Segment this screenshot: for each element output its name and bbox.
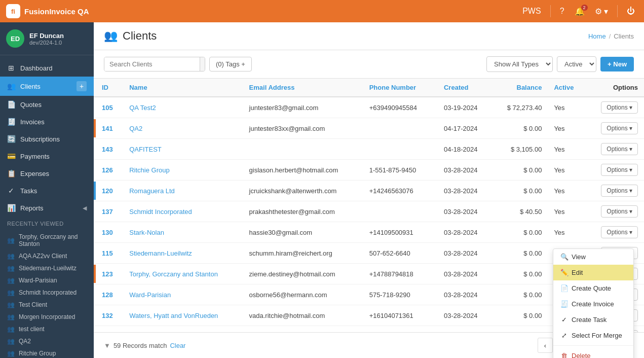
sidebar-nav: ⊞ Dashboard 👥 Clients + 📄 Quotes 🧾 Invoi… [0,55,94,358]
breadcrumb-separator: / [609,32,611,40]
options-button[interactable]: Options [601,185,638,197]
sidebar-label-payments: Payments [20,153,50,160]
cell-balance: $ 0.00 [492,305,548,326]
th-created[interactable]: Created [438,79,492,97]
sidebar-item-reports[interactable]: 📊 Reports ◀ [0,199,94,217]
cell-name[interactable]: QA Test2 [123,97,243,118]
options-button[interactable]: Options [601,164,638,176]
cell-id[interactable]: 137 [96,201,123,222]
show-all-types-select[interactable]: Show All Types [486,56,553,72]
app-logo[interactable]: fi FusionInvoice QA [6,4,89,18]
dropdown-view[interactable]: 🔍 View [553,249,633,265]
notifications-button[interactable]: 🔔2 [572,5,588,18]
th-active[interactable]: Active [548,79,586,97]
th-name[interactable]: Name [123,79,243,97]
sidebar-label-expenses: Expenses [20,170,49,177]
cell-id[interactable]: 135 [96,326,123,333]
rv-item-7[interactable]: 👥 Morgen Incorporated [0,311,94,323]
cell-id[interactable]: 126 [96,160,123,181]
clients-add-button[interactable]: + [77,81,87,91]
cell-name[interactable]: Ritchie Group [123,160,243,181]
edit-icon: ✏️ [560,269,567,276]
cell-name[interactable]: Stark-Nolan [123,222,243,243]
sidebar-item-tasks[interactable]: ✓ Tasks [0,182,94,199]
search-input[interactable] [104,57,200,71]
dropdown-create-quote[interactable]: 📄 Create Quote [553,280,633,296]
rv-item-8[interactable]: 👥 test client [0,323,94,335]
cell-name[interactable]: Torphy, Gorczany and Stanton [123,264,243,284]
search-button[interactable]: 🔍 [200,57,205,71]
dropdown-create-invoice[interactable]: 🧾 Create Invoice [553,296,633,312]
cell-name[interactable]: QAFITEST [123,139,243,160]
cell-name[interactable]: Waters, Hyatt and VonRueden [123,305,243,326]
active-filter-select[interactable]: Active [557,56,596,72]
reports-icon: 📊 [7,204,15,212]
rv-item-10[interactable]: 👥 Ritchie Group [0,347,94,358]
dropdown-edit[interactable]: ✏️ Edit [553,265,633,280]
cell-id[interactable]: 123 [96,264,123,284]
pagination-prev[interactable]: ‹ [538,338,553,353]
options-button[interactable]: Options [601,226,638,238]
dropdown-delete[interactable]: 🗑 Delete [553,348,633,358]
cell-name[interactable]: Stiedemann-Lueilwitz [123,243,243,264]
cell-name[interactable]: Ward-Parisian [123,284,243,305]
cell-email: zieme.destiney@hotmail.com [243,264,363,284]
options-button[interactable]: Options [601,143,638,155]
cell-phone: 575-718-9290 [363,284,438,305]
rv-item-6[interactable]: 👥 Test Client [0,299,94,311]
app-name: FusionInvoice QA [24,7,89,16]
cell-id[interactable]: 128 [96,284,123,305]
sidebar-item-clients[interactable]: 👥 Clients + [0,77,94,96]
sidebar-item-expenses[interactable]: 📋 Expenses [0,165,94,182]
clear-filter-link[interactable]: Clear [170,342,185,349]
options-button[interactable]: Options [601,205,638,218]
cell-created: 03-28-2024 [438,181,492,201]
search-box: 🔍 [104,57,205,71]
sidebar-item-dashboard[interactable]: ⊞ Dashboard [0,59,94,77]
options-button[interactable]: Options [601,101,638,114]
th-phone[interactable]: Phone Number [363,79,438,97]
rv-item-2[interactable]: 👥 AQA AZ2vv Client [0,250,94,262]
page-title: 👥 Clients [104,29,157,43]
cell-id[interactable]: 132 [96,305,123,326]
cell-name[interactable]: Schmidt Incorporated [123,201,243,222]
cell-email: presley67@gmail.com [243,326,363,333]
rv-item-9[interactable]: 👥 QA2 [0,335,94,347]
th-email[interactable]: Email Address [243,79,363,97]
sidebar-label-reports: Reports [20,204,44,212]
rv-item-3[interactable]: 👥 Stiedemann-Lueilwitz [0,262,94,274]
dropdown-create-task[interactable]: ✓ Create Task [553,312,633,328]
cell-id[interactable]: 141 [96,118,123,139]
toolbar: 🔍 (0) Tags + Show All Types Active + New [94,50,644,79]
breadcrumb-home[interactable]: Home [588,32,606,40]
rv-icon-8: 👥 [7,326,15,333]
dropdown-select-merge[interactable]: ⤢ Select For Merge [553,328,633,343]
th-balance[interactable]: Balance [492,79,548,97]
th-id[interactable]: ID [96,79,123,97]
options-button[interactable]: Options [601,122,638,134]
rv-item-1[interactable]: 👥 Torphy, Gorczany and Stanton [0,231,94,250]
sidebar-item-quotes[interactable]: 📄 Quotes [0,96,94,113]
cell-name[interactable]: Romaguera Ltd [123,181,243,201]
help-button[interactable]: ? [557,5,567,18]
cell-id[interactable]: 115 [96,243,123,264]
sidebar-item-invoices[interactable]: 🧾 Invoices [0,113,94,130]
cell-id[interactable]: 120 [96,181,123,201]
settings-button[interactable]: ⚙ ▾ [592,5,611,18]
tags-button[interactable]: (0) Tags + [209,57,252,71]
sidebar-item-subscriptions[interactable]: 🔄 Subscriptions [0,130,94,148]
power-button[interactable]: ⏻ [624,5,638,18]
rv-item-5[interactable]: 👥 Schmidt Incorporated [0,287,94,299]
dropdown-create-task-label: Create Task [572,316,607,324]
cell-created: 04-18-2024 [438,139,492,160]
cell-name[interactable]: QA2 [123,118,243,139]
new-client-button[interactable]: + New [600,57,634,71]
cell-id[interactable]: 105 [96,97,123,118]
cell-name[interactable]: Welch, Schumm and Carroll [123,326,243,333]
cell-id[interactable]: 130 [96,222,123,243]
rv-item-4[interactable]: 👥 Ward-Parisian [0,274,94,287]
cell-id[interactable]: 143 [96,139,123,160]
pwa-button[interactable]: PWS [519,5,544,18]
cell-phone: 507-652-6640 [363,243,438,264]
sidebar-item-payments[interactable]: 💳 Payments [0,148,94,165]
